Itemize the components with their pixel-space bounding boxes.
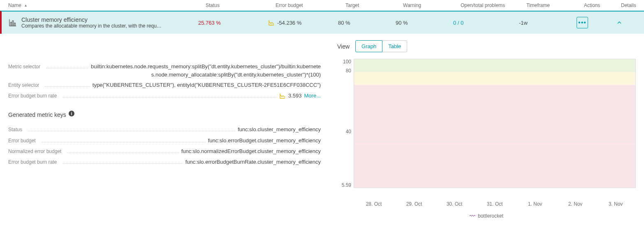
- y-tick: 100: [343, 59, 351, 65]
- col-problems-header[interactable]: Open/total problems: [461, 2, 526, 8]
- kv-label-normalized: Normalized error budget: [8, 147, 61, 155]
- info-icon[interactable]: i: [69, 111, 74, 116]
- table-row[interactable]: Cluster memory efficiency Compares the a…: [0, 11, 644, 34]
- col-status-header[interactable]: Status: [206, 2, 276, 8]
- kv-error-budget-key: Error budget func:slo.errorBudget.cluste…: [8, 137, 321, 145]
- row-target-value: 80 %: [338, 20, 396, 26]
- kv-label-entity-selector: Entity selector: [8, 81, 39, 89]
- kv-value-burn-rate2: func:slo.errorBudgetBurnRate.cluster_mem…: [185, 158, 321, 166]
- y-tick: 40: [346, 129, 351, 135]
- kv-value-entity-selector: type("KUBERNETES_CLUSTER"), entityId("KU…: [93, 81, 321, 89]
- kv-burn-rate: Error budget burn rate 3.593 More...: [8, 92, 321, 100]
- view-graph-button[interactable]: Graph: [355, 40, 382, 52]
- row-warning-value: 90 %: [396, 20, 453, 26]
- kv-value-normalized: func:slo.normalizedErrorBudget.cluster_m…: [181, 147, 321, 155]
- y-tick: 80: [346, 68, 351, 74]
- col-actions-header: Actions: [584, 2, 621, 8]
- kv-value-burn-rate: 3.593 More...: [279, 92, 321, 100]
- svg-rect-3: [12, 21, 14, 26]
- row-title: Cluster memory efficiency: [21, 16, 198, 23]
- kv-burn-rate-key: Error budget burn rate func:slo.errorBud…: [8, 158, 321, 166]
- view-toggle-row: View Graph Table: [337, 40, 636, 52]
- col-name-header[interactable]: Name ▲: [8, 2, 206, 8]
- kv-label-error-budget: Error budget: [8, 137, 36, 145]
- chart: 100 80 40 5.59: [337, 59, 636, 199]
- kv-status-key: Status func:slo.cluster_memory_efficienc…: [8, 125, 321, 134]
- expanded-details: Metric selector builtin:kubernetes.node.…: [0, 34, 644, 226]
- kv-value-status: func:slo.cluster_memory_efficiency: [238, 125, 321, 134]
- row-description: Compares the allocatable memory in the c…: [21, 23, 194, 29]
- col-name-label: Name: [8, 2, 21, 8]
- svg-rect-2: [11, 22, 12, 26]
- burn-rate-number: 3.593: [288, 92, 302, 100]
- sort-asc-icon: ▲: [24, 3, 28, 7]
- bar-chart-icon: [8, 16, 17, 29]
- chart-y-axis: 100 80 40 5.59: [337, 59, 354, 188]
- kv-metric-selector: Metric selector builtin:kubernetes.node.…: [8, 63, 321, 79]
- chevron-up-icon: [616, 19, 623, 26]
- kv-normalized-key: Normalized error budget func:slo.normali…: [8, 147, 321, 155]
- section-title-text: Generated metric keys: [8, 111, 66, 118]
- y-tick: 5.59: [342, 182, 351, 188]
- collapse-button[interactable]: [614, 17, 625, 28]
- svg-rect-4: [14, 23, 16, 26]
- view-toggle-group: Graph Table: [355, 40, 407, 52]
- chart-burn-icon: [268, 19, 275, 26]
- row-status-value: 25.763 %: [198, 20, 268, 26]
- kv-label-burn-rate2: Error budget burn rate: [8, 158, 57, 166]
- error-budget-text: -54.236 %: [277, 20, 301, 26]
- col-details-header: Details: [621, 2, 644, 8]
- chart-burn-icon: [279, 93, 286, 99]
- more-actions-icon: •••: [578, 19, 586, 26]
- series-line: [354, 59, 635, 226]
- burn-rate-more-link[interactable]: More...: [304, 92, 321, 100]
- details-right-panel: View Graph Table 100 80 40 5.59: [337, 40, 644, 219]
- kv-entity-selector: Entity selector type("KUBERNETES_CLUSTER…: [8, 81, 321, 89]
- chart-plot[interactable]: [354, 59, 636, 188]
- row-timeframe-value: -1w: [519, 20, 577, 26]
- kv-label-metric-selector: Metric selector: [8, 63, 40, 71]
- more-actions-button[interactable]: •••: [577, 17, 588, 28]
- generated-metric-keys-title: Generated metric keys i: [8, 111, 321, 118]
- kv-value-metric-selector: builtin:kubernetes.node.requests_memory:…: [90, 63, 321, 79]
- col-target-header[interactable]: Target: [345, 2, 403, 8]
- table-header: Name ▲ Status Error budget Target Warnin…: [0, 0, 644, 11]
- row-problems-value[interactable]: 0 / 0: [453, 20, 519, 26]
- col-error-budget-header[interactable]: Error budget: [276, 2, 345, 8]
- kv-value-error-budget: func:slo.errorBudget.cluster_memory_effi…: [208, 137, 321, 145]
- col-timeframe-header[interactable]: Timeframe: [526, 2, 584, 8]
- view-label: View: [337, 43, 350, 50]
- kv-label-burn-rate: Error budget burn rate: [8, 92, 57, 100]
- col-warning-header[interactable]: Warning: [403, 2, 461, 8]
- row-error-budget-value: -54.236 %: [268, 19, 338, 26]
- details-left-panel: Metric selector builtin:kubernetes.node.…: [8, 40, 321, 219]
- kv-label-status: Status: [8, 125, 22, 134]
- view-table-button[interactable]: Table: [382, 40, 407, 52]
